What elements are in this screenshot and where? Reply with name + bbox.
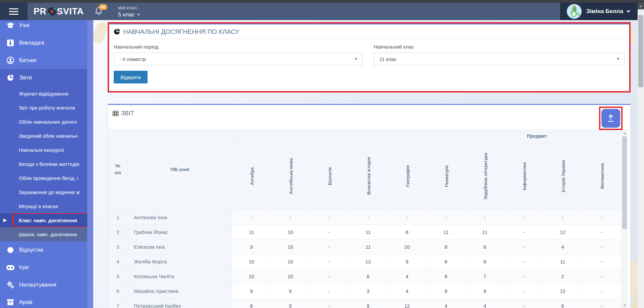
table-row: 3Єлісєєва Інга910-111086-4- bbox=[108, 240, 621, 254]
grade-cell: - bbox=[582, 269, 621, 284]
sidebar-subitem-label: Облік навчальних досягн bbox=[19, 119, 77, 125]
class-select[interactable]: 11 клас bbox=[374, 53, 625, 65]
grade-cell: - bbox=[504, 299, 543, 308]
grade-cell: 12 bbox=[388, 299, 427, 308]
scroll-up-icon[interactable]: ▲ bbox=[621, 130, 628, 136]
grade-cell: 10 bbox=[232, 254, 271, 269]
grade-cell: 4 bbox=[388, 269, 427, 284]
column-header-subject: Зарубіжна література bbox=[466, 143, 504, 210]
sidebar-subitem-label: Облік проведення бесід, і bbox=[19, 175, 78, 181]
grade-cell: - bbox=[504, 210, 543, 225]
page-scrollbar[interactable]: ▲ bbox=[638, 0, 644, 308]
column-header-number: № п/п bbox=[108, 129, 128, 210]
my-class-selector[interactable]: МІЙ КЛАС: 5 клас bbox=[118, 6, 140, 18]
sidebar-subitem[interactable]: Міграції в класах bbox=[0, 199, 87, 213]
sidebar-item-students[interactable]: Учні bbox=[0, 20, 87, 34]
sidebar-subitem[interactable]: Облік навчальних досягн bbox=[0, 115, 87, 129]
table-scrollbar[interactable]: ▲ ▼ bbox=[621, 129, 628, 308]
user-name: Зіміна Белла bbox=[586, 8, 623, 15]
sidebar-scrollbar[interactable] bbox=[87, 20, 93, 308]
report-table: № п/п ПІБ учня Предмет АлгебраАнглійська… bbox=[108, 129, 621, 308]
grade-cell: 8 bbox=[427, 240, 466, 254]
grade-cell: 4 bbox=[427, 299, 466, 308]
sidebar-subitem[interactable]: Зведений облік навчальн bbox=[0, 129, 87, 143]
logo-text-pr: PR bbox=[34, 6, 47, 17]
sidebar-item-teachers[interactable]: Викладачі bbox=[0, 34, 87, 52]
student-name: Петровський Казбек bbox=[128, 299, 232, 308]
scroll-down-icon[interactable]: ▼ bbox=[621, 303, 628, 308]
sidebar-subitem[interactable]: Бесіди з безпеки життєдія bbox=[0, 157, 87, 171]
user-menu[interactable]: Зіміна Белла bbox=[560, 3, 644, 20]
grade-cell: 12 bbox=[543, 225, 582, 240]
sidebar-item-parents[interactable]: Батьки bbox=[0, 52, 87, 69]
app-logo[interactable]: PR SVITA bbox=[34, 3, 84, 20]
student-name: Грабчак Йонас bbox=[128, 225, 232, 240]
grade-cell: - bbox=[582, 299, 621, 308]
notification-badge: 68 bbox=[99, 4, 107, 10]
sidebar-item-settings[interactable]: Налаштування bbox=[0, 276, 87, 294]
column-header-subject: Всесвітня історія bbox=[349, 143, 388, 210]
subject-label: Алгебра bbox=[250, 167, 255, 185]
grade-cell: - bbox=[582, 210, 621, 225]
period-select[interactable]: - ІІ семестр bbox=[114, 53, 363, 65]
sidebar-subitem[interactable]: Журнал відвідування bbox=[0, 86, 87, 101]
grade-cell: 9 bbox=[232, 240, 271, 254]
row-number: 2 bbox=[108, 225, 128, 240]
sidebar-item-games[interactable]: Ігри bbox=[0, 259, 87, 276]
column-header-subject: Англійська мова bbox=[271, 143, 310, 210]
export-upload-button[interactable] bbox=[601, 109, 620, 128]
menu-toggle-button[interactable] bbox=[0, 3, 28, 20]
class-achievements-panel-annotation: НАВЧАЛЬНІ ДОСЯГНЕННЯ ПО КЛАСУ Навчальний… bbox=[108, 22, 631, 93]
hamburger-icon bbox=[9, 8, 18, 9]
grade-cell: - bbox=[388, 210, 427, 225]
grade-cell: 6 bbox=[466, 240, 504, 254]
sidebar-subitem[interactable]: ▶Клас: навч. досягнення bbox=[0, 213, 87, 227]
open-button[interactable]: Відкрити bbox=[114, 71, 148, 83]
grade-cell: - bbox=[271, 210, 310, 225]
sidebar-subitem-label: Міграції в класах bbox=[19, 203, 58, 209]
sidebar-item-label: Учні bbox=[19, 22, 30, 28]
archive-box-icon bbox=[6, 299, 15, 305]
subject-label: Інформатика bbox=[522, 162, 527, 190]
report-table-wrap: № п/п ПІБ учня Предмет АлгебраАнглійська… bbox=[108, 129, 630, 308]
panel-title: НАВЧАЛЬНІ ДОСЯГНЕННЯ ПО КЛАСУ bbox=[123, 28, 239, 36]
class-select-value: 11 клас bbox=[379, 56, 396, 62]
sidebar-subitem-label: Бесіди з безпеки життєдія bbox=[19, 161, 79, 167]
report-table-body: 1Антонова Інна----------2Грабчак Йонас11… bbox=[108, 210, 621, 308]
sidebar-item-archive[interactable]: Архів bbox=[0, 294, 87, 308]
sidebar-subitem[interactable]: Облік проведення бесід, і bbox=[0, 171, 87, 185]
row-number: 3 bbox=[108, 240, 128, 254]
subject-label: Біологія bbox=[327, 167, 332, 185]
sidebar-subitem[interactable]: Навчальні екскурсії bbox=[0, 143, 87, 157]
table-scrollbar-thumb[interactable] bbox=[622, 136, 627, 229]
sidebar-subitem[interactable]: Зауваження до ведення ж bbox=[0, 185, 87, 199]
page-scrollbar-thumb[interactable] bbox=[638, 15, 643, 87]
sidebar-subitem[interactable]: Звіт про роботу вчителя bbox=[0, 101, 87, 115]
grade-cell: - bbox=[582, 254, 621, 269]
sidebar-item-vacations[interactable]: Відпустки bbox=[0, 241, 87, 259]
sidebar-item-reports[interactable]: Звіти bbox=[0, 69, 87, 86]
pie-chart-icon bbox=[6, 74, 15, 81]
sidebar-subitem[interactable]: Школа: навч. досягнення bbox=[0, 227, 87, 241]
grade-cell: - bbox=[582, 225, 621, 240]
grade-cell: - bbox=[582, 284, 621, 299]
sidebar-item-label: Ігри bbox=[19, 264, 29, 270]
my-class-label: МІЙ КЛАС: bbox=[118, 6, 140, 10]
grade-cell: 9 bbox=[388, 254, 427, 269]
row-number: 1 bbox=[108, 210, 128, 225]
subject-label: Англійська мова bbox=[288, 158, 293, 194]
grade-cell: 10 bbox=[388, 240, 427, 254]
sidebar-subitem-label: Школа: навч. досягнення bbox=[19, 232, 77, 237]
grade-cell: 10 bbox=[271, 269, 310, 284]
student-name: Антонова Інна bbox=[128, 210, 232, 225]
student-name: Желіба Марта bbox=[128, 254, 232, 269]
column-header-subject: Алгебра bbox=[232, 143, 271, 210]
notifications-button[interactable]: 68 bbox=[95, 7, 110, 20]
grade-cell: 10 bbox=[271, 225, 310, 240]
grade-cell: 12 bbox=[349, 254, 388, 269]
browser-edge bbox=[0, 0, 644, 3]
page-scroll-up-icon[interactable]: ▲ bbox=[638, 3, 644, 9]
grade-cell: 6 bbox=[543, 299, 582, 308]
table-row: 7Петровський Казбек89-91244-6- bbox=[108, 299, 621, 308]
circle-icon bbox=[6, 247, 15, 253]
